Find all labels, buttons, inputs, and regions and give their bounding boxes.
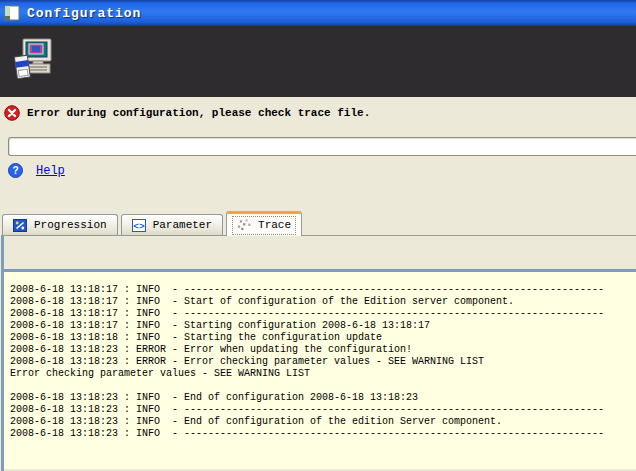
trace-panel: 2008-6-18 13:18:17 : INFO - ------------… <box>1 235 636 471</box>
log-line: 2008-6-18 13:18:17 : INFO - ------------… <box>10 308 636 320</box>
parameter-icon: <> <box>132 219 147 232</box>
help-icon: ? <box>8 163 23 178</box>
log-line: 2008-6-18 13:18:23 : ERROR - Error check… <box>10 356 636 368</box>
svg-text:?: ? <box>12 165 18 176</box>
app-icon <box>4 5 20 21</box>
tab-progression-label: Progression <box>34 219 107 231</box>
log-line: 2008-6-18 13:18:17 : INFO - Start of con… <box>10 296 636 308</box>
window-title: Configuration <box>27 6 141 21</box>
tab-trace-inner: Trace <box>232 216 296 235</box>
log-line: 2008-6-18 13:18:23 : INFO - ------------… <box>10 428 636 440</box>
log-line: 2008-6-18 13:18:18 : INFO - Starting the… <box>10 332 636 344</box>
window-titlebar[interactable]: Configuration <box>0 0 636 26</box>
log-line: 2008-6-18 13:18:23 : INFO - End of confi… <box>10 392 636 404</box>
tab-trace[interactable]: Trace <box>226 211 302 236</box>
tab-strip: Progression <> Parameter <box>0 209 636 235</box>
tab-trace-label: Trace <box>258 219 291 231</box>
tab-parameter[interactable]: <> Parameter <box>121 214 223 235</box>
tab-progression-inner: Progression <box>8 216 112 235</box>
status-section: Error during configuration, please check… <box>0 97 636 209</box>
status-row: Error during configuration, please check… <box>0 97 636 121</box>
tab-parameter-inner: <> Parameter <box>127 216 217 235</box>
log-line: 2008-6-18 13:18:23 : INFO - ------------… <box>10 404 636 416</box>
svg-text:<>: <> <box>133 221 145 232</box>
banner <box>0 26 636 97</box>
log-line: 2008-6-18 13:18:17 : INFO - Starting con… <box>10 320 636 332</box>
tab-parameter-label: Parameter <box>153 219 212 231</box>
log-line: Error checking parameter values - SEE WA… <box>10 368 636 380</box>
help-link[interactable]: Help <box>36 164 65 178</box>
log-line <box>10 380 636 392</box>
log-line: 2008-6-18 13:18:23 : ERROR - Error when … <box>10 344 636 356</box>
tab-progression[interactable]: Progression <box>2 214 118 235</box>
status-message: Error during configuration, please check… <box>27 107 370 119</box>
progression-icon <box>13 219 28 232</box>
log-line: 2008-6-18 13:18:17 : INFO - ------------… <box>10 284 636 296</box>
setup-computer-icon <box>14 38 54 86</box>
error-icon <box>4 105 20 121</box>
help-row: ? Help <box>8 163 65 178</box>
trace-log[interactable]: 2008-6-18 13:18:17 : INFO - ------------… <box>4 272 636 469</box>
trace-icon <box>237 219 252 232</box>
log-line: 2008-6-18 13:18:23 : INFO - End of confi… <box>10 416 636 428</box>
trace-panel-header <box>4 236 636 272</box>
progress-status-field[interactable] <box>8 137 636 156</box>
